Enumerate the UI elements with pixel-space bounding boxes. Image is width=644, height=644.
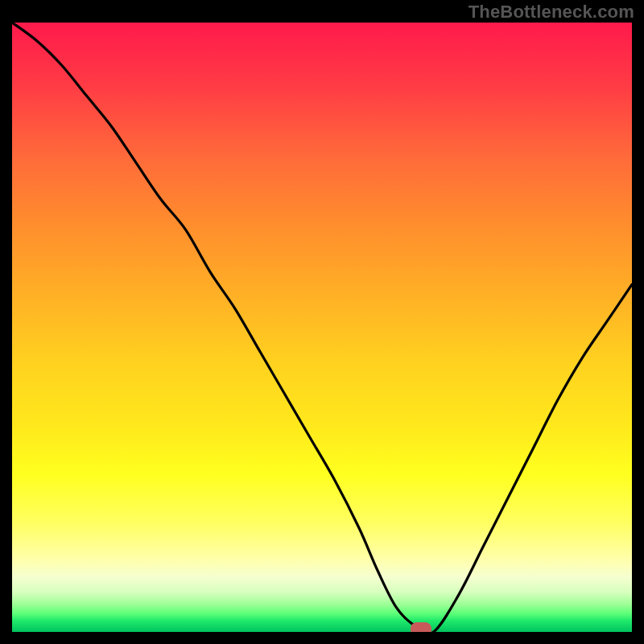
watermark-text: TheBottleneck.com [469, 2, 634, 23]
chart-frame: TheBottleneck.com [0, 0, 644, 644]
bottleneck-curve [12, 23, 632, 632]
plot-area [12, 23, 632, 632]
optimal-point-marker [411, 622, 431, 632]
